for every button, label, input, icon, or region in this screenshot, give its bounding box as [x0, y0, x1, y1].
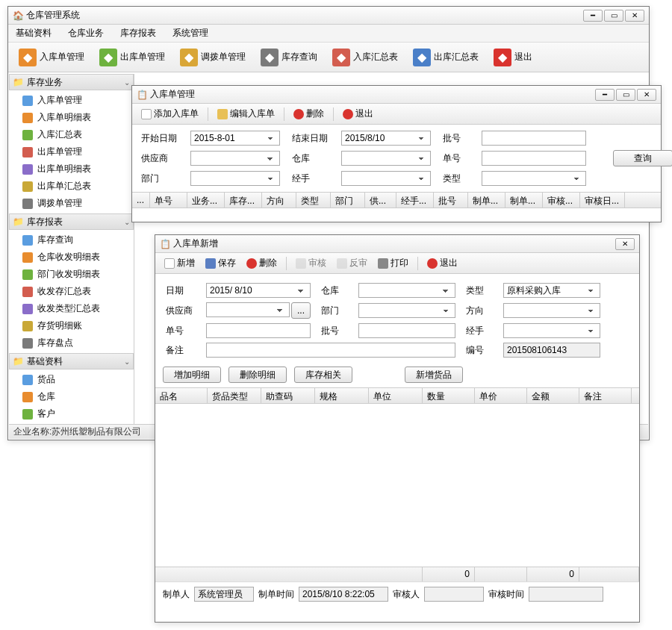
- type-select[interactable]: 原料采购入库: [503, 283, 600, 298]
- col-header[interactable]: 方向: [262, 193, 296, 208]
- col-header[interactable]: 类型: [296, 193, 331, 208]
- win3-close[interactable]: ✕: [615, 238, 635, 250]
- add-detail-button[interactable]: 增加明细: [163, 367, 221, 383]
- col-header[interactable]: 金额: [527, 388, 579, 403]
- col-header[interactable]: 业务...: [187, 193, 225, 208]
- minimize-button[interactable]: ━: [583, 10, 603, 22]
- col-header[interactable]: 审核...: [543, 193, 580, 208]
- win2-maximize[interactable]: ▭: [616, 89, 635, 101]
- sidebar-item[interactable]: 客户: [9, 405, 134, 422]
- handler-select[interactable]: [503, 323, 600, 338]
- col-header[interactable]: 供...: [365, 193, 396, 208]
- col-header[interactable]: 单号: [150, 193, 187, 208]
- batch-input[interactable]: [358, 323, 455, 338]
- toolbar-6[interactable]: ◆退出: [488, 46, 538, 69]
- new-button[interactable]: 新增: [160, 255, 199, 271]
- sidebar-item[interactable]: 存货明细账: [9, 317, 134, 334]
- supplier-select[interactable]: [206, 302, 290, 317]
- toolbar-0[interactable]: ◆入库单管理: [13, 46, 90, 69]
- delete-button[interactable]: 删除: [289, 106, 329, 122]
- sidebar-item[interactable]: 收发类型汇总表: [9, 300, 134, 317]
- close-button[interactable]: ✕: [625, 10, 644, 22]
- date-input[interactable]: 2015/ 8/10: [206, 283, 311, 298]
- unaudit-button[interactable]: 反审: [332, 255, 372, 271]
- delete-button[interactable]: 删除: [242, 255, 281, 271]
- toolbar-4[interactable]: ◆入库汇总表: [326, 46, 404, 69]
- del-detail-button[interactable]: 删除明细: [228, 367, 287, 383]
- panel-header[interactable]: 📁库存报表⌄: [9, 213, 134, 230]
- toolbar-5[interactable]: ◆出库汇总表: [407, 46, 485, 69]
- query-button[interactable]: 查询: [613, 150, 672, 166]
- sidebar-item[interactable]: 部门收发明细表: [9, 266, 134, 283]
- supplier-more-button[interactable]: ...: [291, 302, 311, 319]
- win2-close[interactable]: ✕: [637, 89, 656, 101]
- menu-basic[interactable]: 基础资料: [13, 25, 55, 41]
- col-header[interactable]: 单价: [475, 388, 527, 403]
- sidebar-item[interactable]: 货品: [9, 371, 134, 388]
- col-header[interactable]: 助查码: [261, 388, 315, 403]
- save-button[interactable]: 保存: [201, 255, 240, 271]
- sidebar-item[interactable]: 仓库收发明细表: [9, 249, 134, 266]
- menu-system[interactable]: 系统管理: [169, 25, 211, 41]
- col-header[interactable]: 备注: [579, 388, 632, 403]
- maximize-button[interactable]: ▭: [604, 10, 623, 22]
- dept-label: 部门: [141, 172, 178, 185]
- audit-button[interactable]: 审核: [291, 255, 331, 271]
- col-header[interactable]: 审核日...: [580, 193, 625, 208]
- order-input[interactable]: [206, 323, 311, 338]
- direction-select[interactable]: [503, 303, 600, 318]
- exit-button[interactable]: 退出: [338, 106, 378, 122]
- sidebar-item[interactable]: 库存查询: [9, 231, 134, 249]
- sidebar-item[interactable]: 入库单管理: [9, 92, 134, 109]
- handler-select[interactable]: [341, 171, 431, 186]
- warehouse-select[interactable]: [358, 283, 455, 298]
- sidebar-item[interactable]: 收发存汇总表: [9, 283, 134, 300]
- start-date-input[interactable]: 2015-8-01: [190, 131, 280, 146]
- toolbar-3[interactable]: ◆库存查询: [255, 46, 323, 69]
- col-header[interactable]: 库存...: [225, 193, 262, 208]
- detail-grid[interactable]: [155, 404, 639, 567]
- order-input[interactable]: [482, 151, 586, 166]
- new-product-button[interactable]: 新增货品: [405, 367, 463, 383]
- col-header[interactable]: 规格: [315, 388, 369, 403]
- warehouse-select[interactable]: [341, 151, 431, 166]
- col-header[interactable]: 制单...: [505, 193, 543, 208]
- col-header[interactable]: 批号: [434, 193, 468, 208]
- end-date-input[interactable]: 2015/8/10: [341, 131, 431, 146]
- sidebar-item[interactable]: 出库单汇总表: [9, 178, 134, 195]
- sidebar-item[interactable]: 调拨单管理: [9, 195, 134, 212]
- panel-header[interactable]: 📁库存业务⌄: [9, 74, 134, 90]
- edit-inbound-button[interactable]: 编辑入库单: [213, 106, 279, 122]
- batch-input[interactable]: [482, 131, 586, 146]
- dept-select[interactable]: [190, 171, 280, 186]
- col-header[interactable]: 货品类型: [208, 388, 261, 403]
- type-select[interactable]: [482, 171, 586, 186]
- col-header[interactable]: 经手...: [396, 193, 434, 208]
- print-button[interactable]: 打印: [373, 255, 413, 271]
- col-header[interactable]: 品名: [155, 388, 208, 403]
- col-header[interactable]: 制单...: [468, 193, 505, 208]
- sidebar-item[interactable]: 库存盘点: [9, 334, 134, 352]
- sidebar-item[interactable]: 仓库: [9, 388, 134, 405]
- add-inbound-button[interactable]: 添加入库单: [137, 106, 203, 122]
- stock-rel-button[interactable]: 库存相关: [294, 367, 352, 383]
- sidebar-item[interactable]: 入库单明细表: [9, 109, 134, 126]
- toolbar-2[interactable]: ◆调拨单管理: [174, 46, 252, 69]
- sidebar-item[interactable]: 入库汇总表: [9, 126, 134, 143]
- col-header[interactable]: 部门: [331, 193, 365, 208]
- menu-warehouse[interactable]: 仓库业务: [65, 25, 107, 41]
- col-header[interactable]: 单位: [369, 388, 423, 403]
- remark-input[interactable]: [206, 343, 455, 358]
- dept-select[interactable]: [358, 303, 455, 318]
- menu-report[interactable]: 库存报表: [117, 25, 159, 41]
- sidebar-item[interactable]: 出库单管理: [9, 143, 134, 160]
- col-header[interactable]: ...: [132, 193, 150, 208]
- win2-minimize[interactable]: ━: [595, 89, 615, 101]
- sidebar-item[interactable]: 出库单明细表: [9, 160, 134, 178]
- panel-header[interactable]: 📁基础资料⌄: [9, 353, 134, 369]
- toolbar-1[interactable]: ◆出库单管理: [93, 46, 171, 69]
- supplier-select[interactable]: [190, 151, 280, 166]
- exit-button[interactable]: 退出: [423, 255, 462, 271]
- status-text: 企业名称:苏州纸塑制品有限公司: [13, 425, 141, 438]
- col-header[interactable]: 数量: [423, 388, 475, 403]
